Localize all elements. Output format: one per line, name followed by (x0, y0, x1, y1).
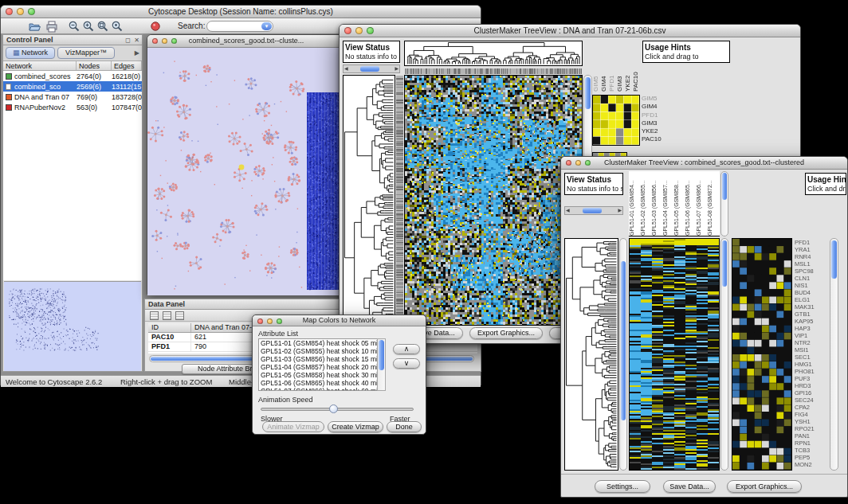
minimize-window-icon[interactable] (355, 27, 363, 34)
minimize-window-icon[interactable] (575, 160, 581, 166)
heatmap-vscrollbar[interactable] (720, 238, 728, 471)
column-label: GPL51-07 (GSM866... (696, 171, 707, 236)
dendrogram-vscrollbar[interactable] (619, 238, 627, 471)
zoom-out-icon[interactable] (68, 20, 80, 33)
attribute-list-item[interactable]: GPL51-07 (GSM866) heat shock 60 min (259, 387, 385, 391)
open-session-icon[interactable] (28, 20, 41, 33)
attribute-list-item[interactable]: GPL51-02 (GSM855) heat shock 10 min (259, 347, 385, 355)
scrollbar-thumb[interactable] (583, 208, 602, 213)
gene-dendrogram-canvas[interactable] (343, 75, 395, 326)
tab-network[interactable]: ▦ Network (6, 47, 55, 59)
combo-dropdown-icon[interactable]: ▼ (261, 22, 272, 30)
minimize-window-icon[interactable] (162, 38, 167, 44)
tab-vizmapper[interactable]: VizMapper™ (57, 47, 115, 59)
map-colors-titlebar[interactable]: Map Colors to Network (253, 315, 426, 326)
move-up-button[interactable]: ∧ (393, 344, 420, 354)
column-nodes[interactable]: Nodes (77, 61, 112, 70)
minimize-window-icon[interactable] (267, 318, 273, 324)
expression-heatmap-canvas[interactable] (404, 75, 583, 326)
scrollbar-thumb[interactable] (831, 240, 837, 279)
scrollbar-thumb[interactable] (379, 340, 384, 370)
zoom-row-labels: GIM5GIM4PFD1GIM3YKE2PAC10 (642, 95, 673, 146)
move-down-button[interactable]: ∨ (393, 358, 420, 369)
scroll-left-icon[interactable]: ◀ (566, 207, 570, 214)
expression-heatmap-canvas[interactable] (629, 238, 720, 471)
array-dendrogram-canvas[interactable] (404, 41, 583, 66)
gene-label: SEC24 (795, 397, 828, 404)
zoom-column-labels: GIM5GIM4PFD1GIM3YKE2PAC10 (592, 39, 640, 92)
network-overview-canvas[interactable] (4, 281, 141, 371)
matrix-icon[interactable] (175, 311, 184, 320)
cell-id: PFD1 (148, 342, 191, 351)
attribute-list-item[interactable]: GPL51-03 (GSM856) heat shock 15 min (259, 355, 385, 363)
zoom-window-icon[interactable] (277, 318, 282, 324)
scroll-right-icon[interactable]: ▶ (395, 65, 398, 72)
attribute-list-item[interactable]: GPL51-06 (GSM865) heat shock 40 min (259, 379, 385, 387)
zoom-selected-icon[interactable] (111, 20, 124, 33)
close-panel-icon[interactable]: ✕ (134, 36, 139, 45)
close-window-icon[interactable] (566, 160, 571, 166)
minimize-window-icon[interactable] (17, 8, 24, 15)
scrollbar-thumb[interactable] (722, 173, 727, 200)
zoom-window-icon[interactable] (28, 8, 35, 15)
network-row-combined-sco-selected[interactable]: combined_sco 2569(6) 13112(15) (3, 81, 142, 92)
export-graphics-button[interactable]: Export Graphics... (727, 480, 802, 493)
create-vizmap-button[interactable]: Create Vizmap (328, 421, 383, 432)
network-row-dna-tran[interactable]: DNA and Tran 07 769(0) 183728(0) (3, 92, 142, 102)
done-button[interactable]: Done (387, 421, 422, 432)
print-icon[interactable] (45, 20, 58, 33)
zoom-window-icon[interactable] (171, 38, 177, 44)
attribute-list-item[interactable]: GPL51-04 (GSM857) heat shock 20 min (259, 363, 385, 371)
scrollbar-thumb[interactable] (360, 66, 379, 72)
column-network[interactable]: Network (3, 61, 77, 70)
animate-vizmap-button[interactable]: Animate Vizmap (262, 421, 324, 432)
snapshot-icon[interactable] (149, 20, 162, 33)
treeview-combined-window: ClusterMaker TreeView : combined_scores_… (560, 156, 848, 498)
table-icon[interactable] (150, 311, 159, 320)
dendrogram-hscrollbar[interactable]: ◀ ▶ (343, 64, 400, 73)
close-window-icon[interactable] (6, 8, 13, 15)
gene-dendrogram-canvas[interactable] (564, 238, 618, 471)
cytoscape-titlebar[interactable]: Cytoscape Desktop (Session Name: collins… (1, 6, 481, 18)
close-window-icon[interactable] (152, 38, 158, 44)
slider-thumb[interactable] (329, 404, 338, 413)
zoom-in-icon[interactable] (82, 20, 95, 33)
attribute-list-item[interactable]: GPL51-05 (GSM858) heat shock 30 min (259, 371, 385, 379)
attribute-list[interactable]: GPL51-01 (GSM854) heat shock 05 minGPL51… (258, 338, 386, 391)
close-window-icon[interactable] (257, 318, 263, 324)
treeview-combined-titlebar[interactable]: ClusterMaker TreeView : combined_scores_… (561, 157, 847, 170)
attribute-list-item[interactable]: GPL51-01 (GSM854) heat shock 05 min (259, 339, 385, 347)
scrollbar-thumb[interactable] (585, 77, 591, 109)
network-row-rnapubernov2[interactable]: RNAPuberNov2 563(0) 107847(0) (3, 102, 142, 112)
select-attributes-icon[interactable] (163, 311, 171, 320)
close-window-icon[interactable] (344, 27, 351, 34)
column-id[interactable]: ID (148, 323, 191, 332)
zoom-matrix-canvas[interactable] (592, 95, 640, 146)
button-label: Save Data... (669, 483, 709, 490)
column-labels-scrollbar[interactable] (720, 171, 728, 236)
settings-button[interactable]: Settings... (595, 480, 650, 493)
network-graph-canvas[interactable] (147, 48, 345, 295)
control-panel-header[interactable]: Control Panel ◻ ✕ (3, 35, 142, 45)
column-edges[interactable]: Edges (112, 61, 142, 70)
search-combobox[interactable]: ▼ (206, 21, 273, 32)
treeview-dna-titlebar[interactable]: ClusterMaker TreeView : DNA and Tran 07-… (340, 25, 800, 37)
network-table-header[interactable]: Network Nodes Edges (3, 61, 142, 71)
zoom-heatmap-canvas[interactable] (732, 238, 792, 471)
zoom-window-icon[interactable] (367, 27, 374, 34)
dendrogram-hscrollbar[interactable]: ◀ ▶ (564, 206, 623, 215)
float-panel-icon[interactable]: ◻ (125, 36, 131, 45)
zoom-vscrollbar[interactable] (830, 238, 838, 471)
save-data-button[interactable]: Save Data... (663, 480, 716, 493)
zoom-fit-icon[interactable] (96, 20, 109, 33)
tab-overflow-icon[interactable]: ▶ (135, 49, 139, 57)
network-view-titlebar[interactable]: combined_scores_good.txt--cluste... (147, 35, 345, 48)
scrollbar-thumb[interactable] (621, 261, 626, 420)
zoom-window-icon[interactable] (585, 160, 591, 166)
attribute-list-scrollbar[interactable] (377, 338, 386, 391)
scroll-right-icon[interactable]: ▶ (618, 207, 622, 214)
scrollbar-thumb[interactable] (722, 240, 727, 287)
export-graphics-button[interactable]: Export Graphics... (469, 327, 543, 339)
scroll-left-icon[interactable]: ◀ (344, 65, 348, 72)
network-row-combined-scores[interactable]: combined_scores 2764(0) 16218(0) (3, 71, 142, 81)
